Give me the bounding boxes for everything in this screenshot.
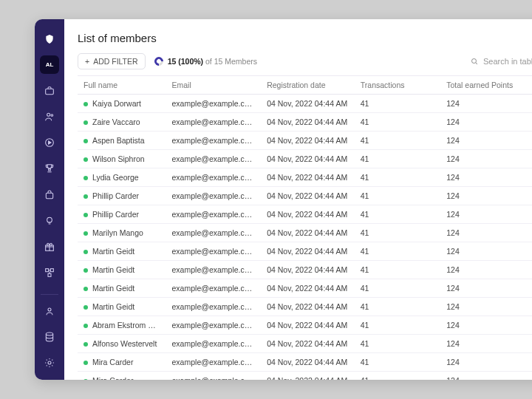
table-row[interactable]: Wilson Siphronexample@example.com04 Nov,… (78, 150, 532, 168)
record-count: 15 (100%) of 15 Members (154, 57, 257, 66)
add-filter-button[interactable]: + ADD FILTER (78, 53, 146, 69)
bulb-icon[interactable] (40, 211, 59, 230)
cell-tx: 41 (355, 316, 440, 335)
table-row[interactable]: Abram Ekstrom Bothmanexample@example.com… (78, 316, 532, 335)
database-icon[interactable] (40, 328, 59, 347)
cell-pts: 124 (440, 224, 532, 242)
cell-email: example@example.com (166, 132, 262, 150)
status-dot (83, 342, 88, 347)
table-row[interactable]: Kaiya Dorwartexample@example.com04 Nov, … (78, 95, 532, 113)
svg-rect-0 (46, 89, 54, 94)
status-dot (83, 268, 88, 273)
status-dot (83, 305, 88, 310)
cell-name: Martin Geidt (78, 279, 166, 298)
cell-tx: 41 (355, 242, 440, 261)
cell-pts: 124 (440, 205, 532, 224)
table-row[interactable]: Martin Geidtexample@example.com04 Nov, 2… (78, 261, 532, 279)
profile-icon[interactable] (40, 302, 59, 321)
cell-email: example@example.com (166, 224, 262, 242)
shield-icon[interactable] (40, 30, 59, 48)
search-input[interactable]: Search in table... (465, 53, 532, 69)
integration-icon[interactable] (40, 263, 59, 282)
cell-date: 04 Nov, 2022 04:44 AM (261, 224, 355, 242)
cell-email: example@example.com (166, 353, 262, 372)
cell-email: example@example.com (166, 298, 262, 316)
svg-rect-9 (48, 273, 51, 276)
members-table: Full nameEmailRegistration dateTransacti… (78, 75, 532, 380)
cell-email: example@example.com (166, 205, 262, 224)
cell-date: 04 Nov, 2022 04:44 AM (261, 95, 355, 113)
cell-date: 04 Nov, 2022 04:44 AM (261, 187, 355, 205)
column-header[interactable]: Email (166, 76, 262, 95)
cell-tx: 41 (355, 95, 440, 113)
table-row[interactable]: Mira Carderexample@example.com04 Nov, 20… (78, 372, 532, 381)
svg-rect-4 (46, 193, 52, 198)
cell-date: 04 Nov, 2022 04:44 AM (261, 168, 355, 187)
cell-pts: 124 (440, 279, 532, 298)
status-dot (83, 379, 88, 380)
cell-date: 04 Nov, 2022 04:44 AM (261, 316, 355, 335)
status-dot (83, 287, 88, 291)
status-dot (83, 250, 88, 254)
column-header[interactable]: Total earned Points (440, 76, 532, 95)
table-row[interactable]: Martin Geidtexample@example.com04 Nov, 2… (78, 242, 532, 261)
table-row[interactable]: Mira Carderexample@example.com04 Nov, 20… (78, 353, 532, 372)
svg-rect-7 (46, 269, 49, 272)
page-title: List of members (78, 32, 157, 44)
cell-tx: 41 (355, 113, 440, 132)
cell-name: Wilson Siphron (78, 150, 166, 168)
cell-date: 04 Nov, 2022 04:44 AM (261, 261, 355, 279)
column-header[interactable]: Registration date (261, 76, 355, 95)
table-row[interactable]: Alfonso Westerveltexample@example.com04 … (78, 335, 532, 353)
cell-email: example@example.com (166, 95, 262, 113)
cell-name: Lydia George (78, 168, 166, 187)
table-row[interactable]: Martin Geidtexample@example.com04 Nov, 2… (78, 298, 532, 316)
cell-email: example@example.com (166, 168, 262, 187)
cell-name: Alfonso Westervelt (78, 335, 166, 353)
column-header[interactable]: Full name (78, 76, 166, 95)
bag-icon[interactable] (40, 185, 59, 204)
cell-date: 04 Nov, 2022 04:44 AM (261, 113, 355, 132)
cell-name: Abram Ekstrom Bothman (78, 316, 166, 335)
svg-point-5 (47, 217, 52, 222)
table-row[interactable]: Marilyn Mangoexample@example.com04 Nov, … (78, 224, 532, 242)
cell-email: example@example.com (166, 372, 262, 381)
trophy-icon[interactable] (40, 160, 59, 178)
gear-icon[interactable] (40, 354, 59, 372)
svg-rect-8 (50, 269, 53, 272)
status-dot (83, 231, 88, 236)
column-header[interactable]: Transactions (355, 76, 440, 95)
cell-tx: 41 (355, 187, 440, 205)
count-rest: of 15 Members (205, 57, 257, 66)
cell-name: Mira Carder (78, 353, 166, 372)
nav-active[interactable]: AL (40, 55, 59, 74)
search-icon (470, 57, 479, 66)
nav-active-label: AL (46, 61, 54, 68)
cell-email: example@example.com (166, 113, 262, 132)
cell-date: 04 Nov, 2022 04:44 AM (261, 372, 355, 381)
table-row[interactable]: Zaire Vaccaroexample@example.com04 Nov, … (78, 113, 532, 132)
cell-pts: 124 (440, 353, 532, 372)
cell-email: example@example.com (166, 150, 262, 168)
cell-date: 04 Nov, 2022 04:44 AM (261, 150, 355, 168)
cell-tx: 41 (355, 279, 440, 298)
cell-date: 04 Nov, 2022 04:44 AM (261, 335, 355, 353)
briefcase-icon[interactable] (40, 81, 59, 100)
svg-point-13 (472, 59, 477, 64)
table-row[interactable]: Phillip Carderexample@example.com04 Nov,… (78, 187, 532, 205)
cell-name: Phillip Carder (78, 187, 166, 205)
status-dot (83, 120, 88, 125)
users-icon[interactable] (40, 107, 59, 126)
gift-icon[interactable] (40, 237, 59, 256)
table-row[interactable]: Martin Geidtexample@example.com04 Nov, 2… (78, 279, 532, 298)
table-row[interactable]: Lydia Georgeexample@example.com04 Nov, 2… (78, 168, 532, 187)
cell-pts: 124 (440, 113, 532, 132)
cell-email: example@example.com (166, 279, 262, 298)
table-row[interactable]: Phillip Carderexample@example.com04 Nov,… (78, 205, 532, 224)
play-icon[interactable] (40, 134, 59, 152)
cell-name: Phillip Carder (78, 205, 166, 224)
cell-tx: 41 (355, 132, 440, 150)
cell-pts: 124 (440, 187, 532, 205)
svg-point-12 (48, 361, 51, 364)
table-row[interactable]: Aspen Baptistaexample@example.com04 Nov,… (78, 132, 532, 150)
